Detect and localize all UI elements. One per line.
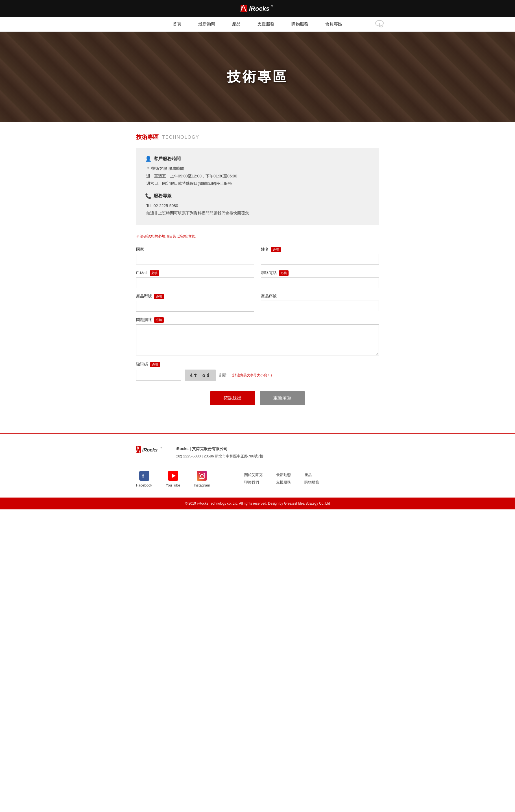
header: i iRocks ® bbox=[0, 0, 515, 17]
nav-item-products[interactable]: 產品 bbox=[232, 22, 241, 27]
captcha-group: 驗證碼 必填 4t od 刷新 （請注意英文字母大小寫！） bbox=[136, 362, 379, 381]
phone-label: 聯絡電話 必填 bbox=[261, 270, 379, 276]
contact-form: 國家 姓名 必填 E-Mail 必填 bbox=[136, 247, 379, 405]
phone-input[interactable] bbox=[261, 278, 379, 288]
product-serial-label: 產品序號 bbox=[261, 294, 379, 299]
product-model-input[interactable] bbox=[136, 301, 254, 312]
nav-item-support[interactable]: 支援服務 bbox=[258, 22, 274, 27]
name-group: 姓名 必填 bbox=[261, 247, 379, 265]
footer-links: 關於艾芮克 聯絡我們 最新動態 支援服務 產品 購物服務 bbox=[227, 472, 319, 485]
service-hours-detail: ＊ 技術客服 服務時間： 週一至週五，上午09:00至12:00，下午01:30… bbox=[145, 165, 370, 187]
issue-required-badge: 必填 bbox=[154, 317, 164, 323]
footer-company-info: iRocks | 艾芮克股份有限公司 (02) 2225-5080 | 2358… bbox=[176, 445, 264, 460]
product-model-group: 產品型號 必填 bbox=[136, 294, 254, 312]
phone-group: 聯絡電話 必填 bbox=[261, 270, 379, 288]
country-group: 國家 bbox=[136, 247, 254, 265]
footer-company-contact: (02) 2225-5080 | 23586 新北市中和區中正路786號7樓 bbox=[176, 453, 264, 459]
name-input[interactable] bbox=[261, 254, 379, 265]
product-serial-group: 產品序號 bbox=[261, 294, 379, 312]
issue-label: 問題描述 必填 bbox=[136, 317, 379, 323]
service-hours-section: 👤 客戶服務時間 ＊ 技術客服 服務時間： 週一至週五，上午09:00至12:0… bbox=[145, 156, 370, 187]
footer-link-news[interactable]: 最新動態 bbox=[276, 472, 291, 477]
footer-link-products[interactable]: 產品 bbox=[304, 472, 319, 477]
email-required-badge: 必填 bbox=[150, 270, 159, 276]
svg-rect-14 bbox=[139, 471, 149, 481]
header-logo: i iRocks ® bbox=[241, 3, 274, 13]
footer-company-name: iRocks | 艾芮克股份有限公司 bbox=[176, 445, 264, 452]
product-model-required-badge: 必填 bbox=[154, 294, 164, 299]
footer-link-col-1: 關於艾芮克 聯絡我們 bbox=[244, 472, 263, 485]
captcha-input[interactable] bbox=[136, 370, 181, 381]
person-icon: 👤 bbox=[145, 156, 151, 162]
umbrella-icon bbox=[374, 20, 385, 31]
required-notice: ※請確認您的必填項目皆以完整填寫。 bbox=[136, 234, 379, 239]
footer: i iRocks ® iRocks | 艾芮克股份有限公司 (02) 2225-… bbox=[0, 433, 515, 510]
section-heading: 技術專區 TECHNOLOGY bbox=[136, 133, 379, 141]
email-group: E-Mail 必填 bbox=[136, 270, 254, 288]
facebook-label: Facebook bbox=[136, 483, 152, 487]
product-model-label: 產品型號 必填 bbox=[136, 294, 254, 299]
form-row-3: 產品型號 必填 產品序號 bbox=[136, 294, 379, 312]
irocks-logo: i iRocks ® bbox=[241, 3, 274, 13]
captcha-refresh-button[interactable]: 刷新 bbox=[219, 373, 226, 378]
info-box: 👤 客戶服務時間 ＊ 技術客服 服務時間： 週一至週五，上午09:00至12:0… bbox=[136, 148, 379, 225]
phone-icon: 📞 bbox=[145, 193, 151, 199]
country-input[interactable] bbox=[136, 254, 254, 264]
svg-point-21 bbox=[204, 473, 205, 474]
footer-link-contact[interactable]: 聯絡我們 bbox=[244, 480, 263, 485]
footer-link-col-2: 最新動態 支援服務 bbox=[276, 472, 291, 485]
svg-text:iRocks: iRocks bbox=[142, 447, 158, 453]
country-label: 國家 bbox=[136, 247, 254, 252]
svg-text:iRocks: iRocks bbox=[249, 5, 269, 12]
youtube-icon bbox=[168, 470, 179, 482]
product-serial-input[interactable] bbox=[261, 300, 379, 311]
svg-text:f: f bbox=[142, 473, 144, 480]
captcha-note: （請注意英文字母大小寫！） bbox=[230, 373, 274, 378]
nav-item-member[interactable]: 會員專區 bbox=[325, 22, 342, 27]
footer-main: i iRocks ® iRocks | 艾芮克股份有限公司 (02) 2225-… bbox=[130, 445, 385, 470]
hotline-info: Tel: 02-2225-5080 如適非上班時間可填寫下列資料提問問題我們會盡… bbox=[145, 202, 370, 217]
hotline-section: 📞 服務專線 Tel: 02-2225-5080 如適非上班時間可填寫下列資料提… bbox=[145, 193, 370, 217]
footer-link-col-3: 產品 購物服務 bbox=[304, 472, 319, 485]
nav-item-shop[interactable]: 購物服務 bbox=[292, 22, 308, 27]
footer-link-support[interactable]: 支援服務 bbox=[276, 480, 291, 485]
instagram-icon bbox=[196, 470, 208, 482]
captcha-image: 4t od bbox=[185, 370, 216, 381]
svg-text:®: ® bbox=[161, 446, 162, 449]
footer-link-shop[interactable]: 購物服務 bbox=[304, 480, 319, 485]
social-item-youtube[interactable]: YouTube bbox=[166, 470, 180, 487]
submit-button[interactable]: 確認送出 bbox=[210, 391, 255, 405]
social-item-instagram[interactable]: Instagram bbox=[194, 470, 210, 487]
service-hours-label: 👤 客戶服務時間 bbox=[145, 156, 370, 162]
form-row-4: 問題描述 必填 bbox=[136, 317, 379, 356]
footer-copyright: © 2019 i-Rocks Technology co.,Ltd. All r… bbox=[0, 497, 515, 510]
button-row: 確認送出 重新填寫 bbox=[136, 391, 379, 405]
hotline-label: 📞 服務專線 bbox=[145, 193, 370, 199]
email-input[interactable] bbox=[136, 278, 254, 288]
form-row-2: E-Mail 必填 聯絡電話 必填 bbox=[136, 270, 379, 288]
svg-text:®: ® bbox=[271, 5, 273, 8]
footer-social-links: f Facebook YouTube bbox=[130, 470, 385, 497]
footer-link-about[interactable]: 關於艾芮克 bbox=[244, 472, 263, 477]
svg-rect-18 bbox=[197, 471, 207, 481]
social-item-facebook[interactable]: f Facebook bbox=[136, 470, 152, 487]
nav-item-home[interactable]: 首頁 bbox=[173, 22, 181, 27]
nav-item-news[interactable]: 最新動態 bbox=[198, 22, 215, 27]
form-row-5: 驗證碼 必填 4t od 刷新 （請注意英文字母大小寫！） bbox=[136, 362, 379, 381]
hero-title: 技術專區 bbox=[227, 68, 288, 86]
footer-logo: i iRocks ® bbox=[136, 445, 164, 454]
navigation: 首頁 最新動態 產品 支援服務 購物服務 會員專區 bbox=[0, 17, 515, 32]
reset-button[interactable]: 重新填寫 bbox=[260, 391, 305, 405]
footer-social-icons: f Facebook YouTube bbox=[136, 470, 227, 487]
captcha-required-badge: 必填 bbox=[150, 362, 160, 367]
email-label: E-Mail 必填 bbox=[136, 270, 254, 276]
hero-banner: 技術專區 bbox=[0, 32, 515, 122]
facebook-icon: f bbox=[139, 470, 150, 482]
issue-group: 問題描述 必填 bbox=[136, 317, 379, 356]
section-title-gray: TECHNOLOGY bbox=[162, 135, 199, 140]
footer-logo-area: i iRocks ® bbox=[136, 445, 164, 454]
youtube-label: YouTube bbox=[166, 483, 180, 487]
phone-required-badge: 必填 bbox=[279, 270, 289, 276]
issue-textarea[interactable] bbox=[136, 324, 379, 355]
captcha-label: 驗證碼 必填 bbox=[136, 362, 379, 367]
